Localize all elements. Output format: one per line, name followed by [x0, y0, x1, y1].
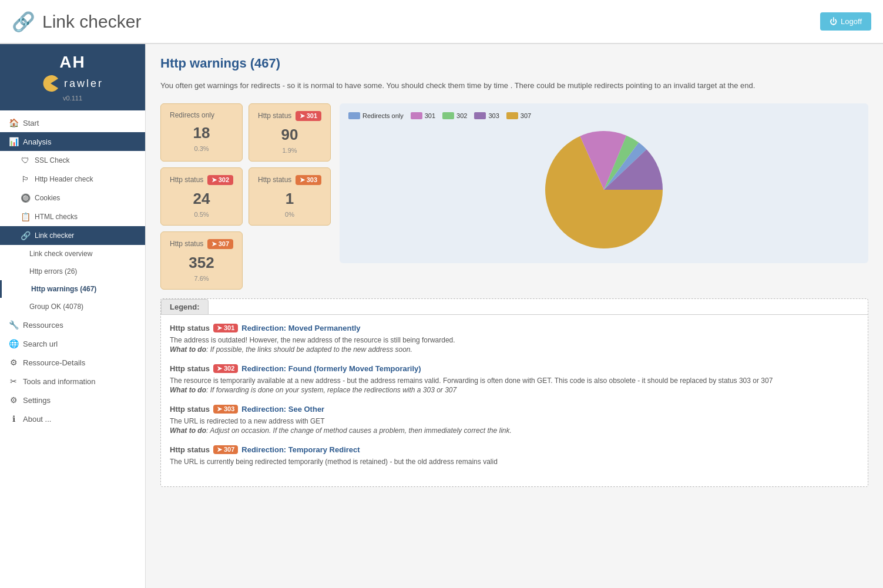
legend-item-redirects: Redirects only	[348, 112, 404, 119]
status-title-307: Http status ➤ 307 Redirection: Temporary…	[170, 445, 859, 454]
status-descriptions: Http status ➤ 301 Redirection: Moved Per…	[161, 315, 868, 486]
status-badge-301: ➤ 301	[213, 324, 238, 332]
sidebar-label-ssl: SSL Check	[35, 156, 70, 164]
sidebar-label-http-header: Http Header check	[35, 175, 93, 183]
stat-value-redirects: 18	[170, 124, 233, 142]
logoff-button[interactable]: ⏻ Logoff	[820, 12, 871, 31]
cookie-icon: 🔘	[21, 193, 30, 203]
sidebar-label-http-warnings: Http warnings (467)	[31, 285, 96, 293]
logo-crawler: rawler	[64, 78, 103, 90]
sidebar-item-http-warnings[interactable]: Http warnings (467)	[0, 280, 145, 298]
stat-card-303: Http status ➤ 303 1 0%	[249, 167, 331, 226]
html-icon: 📋	[21, 212, 30, 221]
stat-value-303: 1	[258, 190, 321, 208]
sidebar-label-cookies: Cookies	[35, 194, 60, 202]
legend-label-302: 302	[456, 112, 467, 119]
stat-percent-redirects: 0.3%	[170, 145, 233, 152]
stat-value-301: 90	[258, 126, 321, 144]
tools-icon: ✂	[9, 377, 18, 386]
stats-grid: Redirects only 18 0.3% Http status ➤ 301…	[160, 103, 331, 290]
sidebar-logo: AH rawler v0.111	[0, 44, 145, 110]
sidebar-item-cookies[interactable]: 🔘 Cookies	[0, 189, 145, 207]
status-prefix-301: Http status	[170, 324, 210, 332]
sidebar-item-http-header[interactable]: 🏳 Http Header check	[0, 170, 145, 189]
stat-percent-307: 7.6%	[170, 275, 233, 282]
sidebar-item-settings[interactable]: ⚙ Settings	[0, 391, 145, 409]
status-prefix-307: Http status	[170, 445, 210, 454]
status-todo-302: What to do: If forwarding is done on you…	[170, 386, 859, 394]
status-title-303: Http status ➤ 303 Redirection: See Other	[170, 405, 859, 414]
status-prefix-302: Http status	[170, 364, 210, 373]
legend-section: Legend: Http status ➤ 301 Redirection: M…	[160, 298, 868, 487]
legend-label-redirects: Redirects only	[362, 112, 404, 119]
legend-color-303	[474, 112, 486, 119]
status-desc-307: The URL is currently being redirected te…	[170, 456, 859, 467]
arrow-icon-303: ➤	[300, 176, 305, 184]
legend-label-303: 303	[488, 112, 499, 119]
sidebar-label-group-ok: Group OK (4078)	[29, 303, 83, 311]
sidebar-item-search-url[interactable]: 🌐 Search url	[0, 334, 145, 353]
legend-color-redirects	[348, 112, 360, 119]
app-title: Link checker	[42, 12, 820, 32]
sidebar-item-start[interactable]: 🏠 Start	[0, 113, 145, 132]
stat-value-307: 352	[170, 254, 233, 272]
legend-tab-label: Legend:	[161, 299, 209, 315]
sidebar-item-http-errors[interactable]: Http errors (26)	[0, 263, 145, 280]
link-icon: 🔗	[12, 11, 35, 33]
pie-chart	[348, 125, 860, 254]
badge-301: ➤ 301	[296, 111, 321, 121]
stat-value-302: 24	[170, 190, 233, 208]
app-header: 🔗 Link checker ⏻ Logoff	[0, 0, 883, 44]
status-todo-303: What to do: Adjust on occasion. If the c…	[170, 426, 859, 435]
badge-303: ➤ 303	[296, 175, 321, 185]
chart-container: Redirects only 301 302 303	[340, 103, 868, 263]
badge-307: ➤ 307	[207, 239, 233, 249]
flag-icon: 🏳	[21, 174, 30, 184]
status-desc-303: The URL is redirected to a new address w…	[170, 416, 859, 426]
legend-item-302: 302	[442, 112, 467, 119]
logo-row: rawler	[12, 75, 133, 92]
status-todo-301: What to do: If possible, the links shoul…	[170, 345, 859, 354]
legend-color-307	[506, 112, 518, 119]
sidebar-nav: 🏠 Start 📊 Analysis 🛡 SSL Check 🏳 Http He…	[0, 110, 145, 431]
status-entry-307: Http status ➤ 307 Redirection: Temporary…	[170, 445, 859, 467]
status-desc-302: The resource is temporarily available at…	[170, 375, 859, 386]
page-description: You often get warnings for redirects - s…	[160, 80, 868, 92]
sidebar-label-http-errors: Http errors (26)	[29, 267, 77, 275]
sidebar-item-html-checks[interactable]: 📋 HTML checks	[0, 207, 145, 226]
sidebar-label-link-check-overview: Link check overview	[29, 250, 92, 258]
status-entry-303: Http status ➤ 303 Redirection: See Other…	[170, 405, 859, 435]
link-checker-icon: 🔗	[21, 231, 30, 240]
sidebar-item-ssl[interactable]: 🛡 SSL Check	[0, 151, 145, 170]
page-title: Http warnings (467)	[160, 56, 868, 71]
sidebar-item-tools[interactable]: ✂ Tools and information	[0, 372, 145, 391]
sidebar-item-ressource-details[interactable]: ⚙ Ressource-Details	[0, 353, 145, 372]
stat-label-307: Http status	[170, 240, 203, 248]
main-layout: AH rawler v0.111 🏠 Start 📊 Analysis 🛡	[0, 44, 883, 588]
sidebar-item-link-check-overview[interactable]: Link check overview	[0, 245, 145, 263]
stat-card-header-redirects: Redirects only	[170, 111, 233, 119]
status-badge-302: ➤ 302	[213, 364, 238, 373]
main-content: Http warnings (467) You often get warnin…	[146, 44, 883, 588]
status-suffix-307: Redirection: Temporary Redirect	[241, 445, 360, 454]
logo-initials: AH	[12, 53, 133, 72]
shield-icon: 🛡	[21, 156, 30, 165]
stat-percent-302: 0.5%	[170, 211, 233, 218]
legend-item-303: 303	[474, 112, 499, 119]
chart-legend: Redirects only 301 302 303	[348, 112, 860, 119]
sidebar-item-link-checker[interactable]: 🔗 Link checker	[0, 226, 145, 245]
status-title-302: Http status ➤ 302 Redirection: Found (fo…	[170, 364, 859, 373]
arrow-icon-301: ➤	[300, 112, 305, 120]
ressources-icon: 🔧	[9, 320, 18, 330]
sidebar-item-ressources[interactable]: 🔧 Ressources	[0, 315, 145, 334]
pie-svg	[539, 125, 669, 254]
stat-card-header-301: Http status ➤ 301	[258, 111, 321, 121]
sidebar-item-group-ok[interactable]: Group OK (4078)	[0, 298, 145, 315]
stat-label-redirects: Redirects only	[170, 111, 214, 119]
sidebar-item-about[interactable]: ℹ About ...	[0, 409, 145, 428]
stat-card-header-303: Http status ➤ 303	[258, 175, 321, 185]
sidebar: AH rawler v0.111 🏠 Start 📊 Analysis 🛡	[0, 44, 146, 588]
sidebar-item-analysis[interactable]: 📊 Analysis	[0, 132, 145, 151]
details-icon: ⚙	[9, 358, 18, 367]
legend-color-301	[411, 112, 422, 119]
